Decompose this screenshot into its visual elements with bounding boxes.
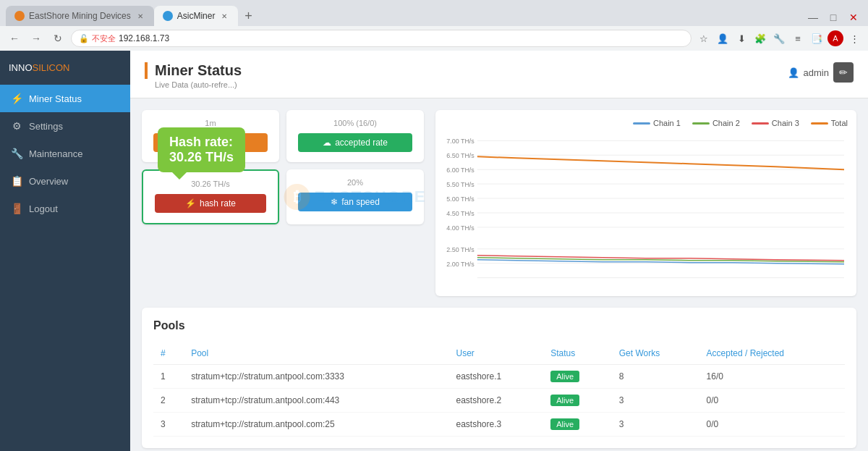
pools-title: Pools [153,319,845,332]
row3-accepted: 0/0 [699,413,845,437]
col-accepted: Accepted / Rejected [699,342,845,365]
accepted-rate-button[interactable]: ☁ accepted rate [298,133,412,152]
hash-rate-icon: ⚡ [185,198,196,208]
sidebar-item-overview[interactable]: 📋 Overview [0,167,130,195]
row2-status-badge: Alive [550,395,579,406]
extension2-icon[interactable]: 🔧 [771,30,787,46]
page-subtitle: Live Data (auto-refre...) [145,80,242,89]
maintenance-icon: 🔧 [10,148,23,159]
page-title: Miner Status [145,62,242,79]
logout-icon: 🚪 [10,203,23,214]
tab-asicminer[interactable]: AsicMiner ✕ [154,6,239,26]
svg-text:4.50 TH/s: 4.50 TH/s [446,210,475,217]
miner-status-icon: ⚡ [10,93,23,104]
sidebar-nav: ⚡ Miner Status ⚙ Settings 🔧 Maintenance … [0,85,130,451]
svg-text:4.00 TH/s: 4.00 TH/s [446,224,475,232]
accepted-rate-label: 100% (16/0) [298,119,412,127]
table-row: 1 stratum+tcp://stratum.antpool.com:3333… [153,365,845,389]
cards-bottom-row: Hash rate:30.26 TH/s 30.26 TH/s ⚡ hash r… [142,169,424,224]
overview-icon: 📋 [10,175,23,187]
sidebar-settings-label: Settings [29,121,63,132]
menu-icon[interactable]: ⋮ [846,30,862,46]
user-icon: 👤 [788,67,799,78]
minimize-btn[interactable]: — [804,9,822,26]
sidebar-logout-label: Logout [29,203,58,214]
sidebar-item-maintenance[interactable]: 🔧 Maintenance [0,140,130,167]
url-text: 192.168.1.73 [119,33,169,43]
new-tab-button[interactable]: + [238,6,258,26]
sidebar-overview-label: Overview [29,176,68,187]
row1-getworks: 8 [612,365,699,389]
sidebar-item-settings[interactable]: ⚙ Settings [0,112,130,140]
svg-text:7.00 TH/s: 7.00 TH/s [446,138,475,145]
legend-chain1: Chain 1 [633,119,681,127]
edit-button[interactable]: ✏ [833,62,854,83]
insecure-icon: 🔓 [79,34,89,43]
sidebar-item-logout[interactable]: 🚪 Logout [0,195,130,222]
header-user: 👤 admin ✏ [788,62,854,83]
col-status: Status [543,342,612,365]
pools-section: Pools # Pool User Status Get Works Accep… [142,308,856,448]
sidebar-maintenance-label: Maintenance [29,148,82,159]
row1-status: Alive [543,365,612,389]
browser-toolbar: ← → ↻ 🔓 不安全 192.168.1.73 ☆ 👤 ⬇ 🧩 🔧 ≡ 📑 A… [0,26,868,51]
browser-tabs: EastShore Mining Devices ✕ AsicMiner ✕ +… [0,0,868,26]
cards-top-row: 1m ⏱ up time 100% (16/0) ☁ accepted ra [142,110,424,162]
col-user: User [448,342,543,365]
pools-table: # Pool User Status Get Works Accepted / … [153,342,845,437]
reload-btn[interactable]: ↻ [49,30,67,47]
extension-icon[interactable]: 🧩 [752,30,768,46]
svg-text:5.50 TH/s: 5.50 TH/s [446,181,475,188]
legend-chain3-color [752,122,769,125]
close-btn[interactable]: ✕ [845,9,862,26]
tab2-favicon [163,11,173,21]
fan-speed-card: ₿ EASTSHORE 20% ❄ fan speed [286,169,424,224]
download-icon[interactable]: ⬇ [733,30,749,46]
sidebar-logo: INNOSILICON [0,51,130,85]
extension3-icon[interactable]: ≡ [790,30,806,46]
row3-status-badge: Alive [550,418,579,430]
toolbar-icons: ☆ 👤 ⬇ 🧩 🔧 ≡ 📑 A ⋮ [696,30,862,46]
legend-chain3: Chain 3 [752,119,799,127]
uptime-button[interactable]: ⏱ up time [153,133,268,152]
hash-rate-button[interactable]: ⚡ hash rate [155,194,266,213]
tab2-close[interactable]: ✕ [219,11,229,21]
table-row: 3 stratum+tcp://stratum.antpool.com:25 e… [153,413,845,437]
tab-eastshore[interactable]: EastShore Mining Devices ✕ [6,6,154,26]
pools-header-row: # Pool User Status Get Works Accepted / … [153,342,845,365]
row2-num: 2 [153,389,184,413]
uptime-btn-label: up time [203,138,231,148]
svg-text:2.50 TH/s: 2.50 TH/s [446,246,475,253]
legend-chain2-label: Chain 2 [712,119,740,127]
back-btn[interactable]: ← [6,30,23,47]
star-icon[interactable]: ☆ [696,30,712,46]
chart-svg: 7.00 TH/s 6.50 TH/s 6.00 TH/s 5.50 TH/s … [444,133,848,285]
content-area: 1m ⏱ up time 100% (16/0) ☁ accepted ra [130,98,868,451]
row1-accepted: 16/0 [699,365,845,389]
username-label: admin [804,67,829,78]
profile-icon[interactable]: 👤 [715,30,731,46]
forward-btn[interactable]: → [27,30,45,47]
fan-speed-button[interactable]: ❄ fan speed [298,193,412,211]
address-bar[interactable]: 🔓 不安全 192.168.1.73 [71,30,692,47]
page-header-left: Miner Status Live Data (auto-refre...) [145,62,242,89]
uptime-btn-icon: ⏱ [190,138,199,148]
hash-rate-btn-label: hash rate [200,198,236,208]
uptime-label: 1m [153,119,268,127]
hash-rate-card: Hash rate:30.26 TH/s 30.26 TH/s ⚡ hash r… [142,169,279,224]
row2-accepted: 0/0 [699,389,845,413]
row3-status: Alive [543,413,612,437]
chart-legend: Chain 1 Chain 2 Chain 3 Total [444,119,848,127]
sidebar-item-miner-status[interactable]: ⚡ Miner Status [0,85,130,112]
svg-text:6.50 TH/s: 6.50 TH/s [446,152,475,159]
maximize-btn[interactable]: □ [825,9,842,26]
sidebar: INNOSILICON ⚡ Miner Status ⚙ Settings 🔧 … [0,51,130,451]
legend-chain2-color [692,122,710,125]
tab1-close[interactable]: ✕ [135,11,145,21]
stats-cards: 1m ⏱ up time 100% (16/0) ☁ accepted ra [142,110,424,296]
user-avatar-icon[interactable]: A [827,30,843,46]
bookmark-icon[interactable]: 📑 [809,30,825,46]
row2-pool: stratum+tcp://stratum.antpool.com:443 [184,389,448,413]
row2-user: eastshore.2 [448,389,543,413]
browser-chrome: EastShore Mining Devices ✕ AsicMiner ✕ +… [0,0,868,51]
